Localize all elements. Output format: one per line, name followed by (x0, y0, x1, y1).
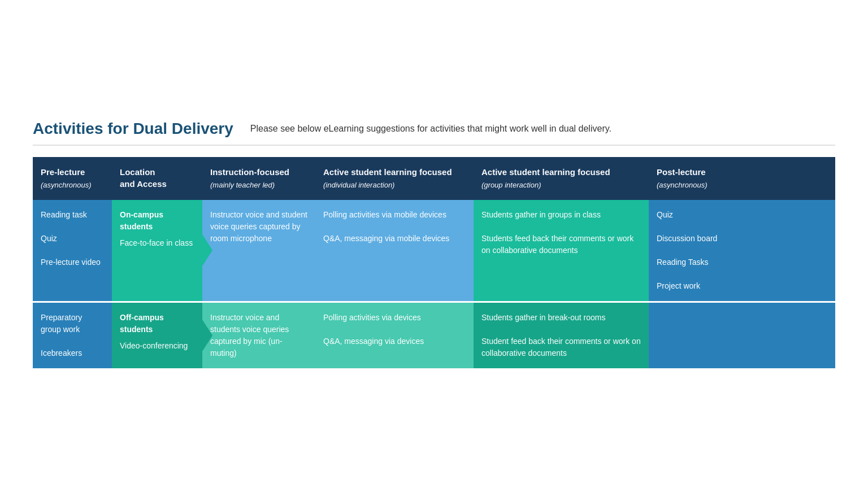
cell-group-bottom: Students gather in break-out roomsStuden… (474, 303, 649, 368)
col-header-location: Locationand Access (112, 157, 202, 199)
cell-pre-lecture-bottom: Preparatory group workIcebreakers (33, 303, 112, 368)
col-individual-sub: (individual interaction) (323, 180, 466, 190)
cell-individual-top: Polling activities via mobile devicesQ&A… (315, 200, 474, 301)
cell-pre-lecture-top: Reading taskQuizPre-lecture video (33, 200, 112, 301)
table-body: Reading taskQuizPre-lecture video On-cam… (33, 200, 835, 368)
page-title: Activities for Dual Delivery (33, 120, 233, 138)
col-pre-lecture-label: Pre-lecture (41, 166, 104, 178)
col-header-pre-lecture: Pre-lecture (asynchronous) (33, 157, 112, 199)
col-instruction-sub: (mainly teacher led) (210, 180, 307, 190)
col-post-lecture-sub: (asynchronous) (657, 180, 731, 190)
col-individual-label: Active student learning focused (323, 166, 466, 178)
off-campus-desc: Video-conferencing (120, 340, 194, 352)
cell-instruction-top: Instructor voice and student voice queri… (202, 200, 315, 301)
col-header-instruction: Instruction-focused (mainly teacher led) (202, 157, 315, 199)
cell-location-bottom: Off-campus students Video-conferencing (112, 303, 202, 368)
cell-group-top: Students gather in groups in classStuden… (474, 200, 649, 301)
on-campus-label: On-campus students (120, 209, 194, 233)
page-header: Activities for Dual Delivery Please see … (33, 120, 835, 146)
cell-instruction-bottom: Instructor voice and students voice quer… (202, 303, 315, 368)
off-campus-label: Off-campus students (120, 312, 194, 336)
table-row: Preparatory group workIcebreakers Off-ca… (33, 303, 835, 368)
col-post-lecture-label: Post-lecture (657, 166, 731, 178)
table-row: Reading taskQuizPre-lecture video On-cam… (33, 200, 835, 303)
table-header: Pre-lecture (asynchronous) Locationand A… (33, 157, 835, 199)
cell-individual-bottom: Polling activities via devicesQ&A, messa… (315, 303, 474, 368)
col-instruction-label: Instruction-focused (210, 166, 307, 178)
col-group-label: Active student learning focused (481, 166, 641, 178)
cell-post-lecture-bottom (649, 303, 835, 368)
col-pre-lecture-sub: (asynchronous) (41, 180, 104, 190)
col-header-group: Active student learning focused (group i… (474, 157, 649, 199)
col-group-sub: (group interaction) (481, 180, 641, 190)
page-subtitle: Please see below eLearning suggestions f… (250, 124, 611, 134)
col-header-post-lecture: Post-lecture (asynchronous) (649, 157, 739, 199)
cell-location-top: On-campus students Face-to-face in class (112, 200, 202, 301)
cell-post-lecture: QuizDiscussion boardReading TasksProject… (649, 200, 835, 301)
col-location-label: Locationand Access (120, 166, 194, 190)
col-header-individual: Active student learning focused (individ… (315, 157, 474, 199)
on-campus-desc: Face-to-face in class (120, 237, 194, 249)
